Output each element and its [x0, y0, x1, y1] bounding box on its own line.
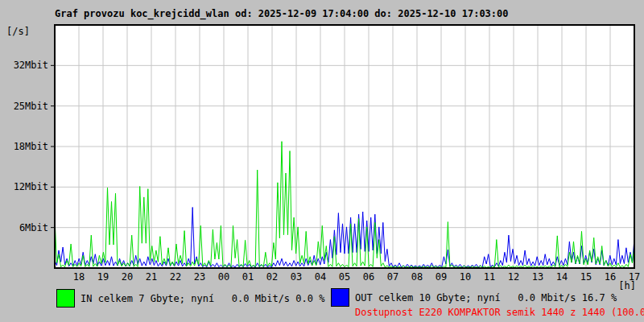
x-tick-label: 13 [528, 272, 547, 282]
y-tick-label: 12Mbit [0, 181, 48, 192]
x-tick-label: 09 [431, 272, 451, 282]
x-tick-label: 05 [335, 272, 354, 282]
out-legend-label: OUT celkem 10 Gbyte; nyní 0.0 Mbit/s 16.… [355, 292, 617, 303]
y-tick-label: 32Mbit [0, 60, 48, 71]
y-tick-label: 6Mbit [0, 222, 48, 233]
x-tick-label: 04 [311, 272, 330, 282]
x-tick-label: 08 [407, 272, 427, 282]
x-tick-label: 12 [504, 272, 523, 282]
x-tick-label: 01 [238, 272, 258, 282]
x-tick-label: 00 [214, 272, 233, 282]
x-tick-label: 19 [93, 272, 113, 282]
x-tick-label: 10 [456, 272, 475, 282]
y-axis-unit-label: [/s] [6, 26, 30, 37]
mrtg-traffic-page: Graf provozu koc_krejcidd_wlan od: 2025-… [0, 0, 644, 322]
x-tick-label: 21 [142, 272, 161, 282]
x-tick-label: 11 [480, 272, 499, 282]
x-tick-label: 17 [625, 272, 644, 282]
x-tick-label: 02 [262, 272, 282, 282]
x-tick-label: 15 [576, 272, 596, 282]
x-tick-label: 06 [359, 272, 378, 282]
in-legend-label: IN celkem 7 Gbyte; nyní 0.0 Mbit/s 0.0 % [80, 293, 324, 304]
out-legend-swatch [331, 288, 349, 307]
x-tick-label: 20 [118, 272, 137, 282]
x-tick-label: 07 [383, 272, 402, 282]
y-tick-label: 25Mbit [0, 101, 48, 112]
x-tick-label: 22 [166, 272, 185, 282]
x-tick-label: 03 [287, 272, 306, 282]
x-tick-label: 16 [601, 272, 620, 282]
y-tick-label: 18Mbit [0, 141, 48, 152]
x-tick-label: 18 [69, 272, 89, 282]
availability-status-text: Dostupnost E220 KOMPAKTOR semik 1440 z 1… [355, 307, 644, 318]
x-tick-label: 23 [190, 272, 209, 282]
in-legend-swatch [56, 289, 75, 308]
x-tick-label: 14 [552, 272, 572, 282]
page-title: Graf provozu koc_krejcidd_wlan od: 2025-… [55, 8, 509, 19]
